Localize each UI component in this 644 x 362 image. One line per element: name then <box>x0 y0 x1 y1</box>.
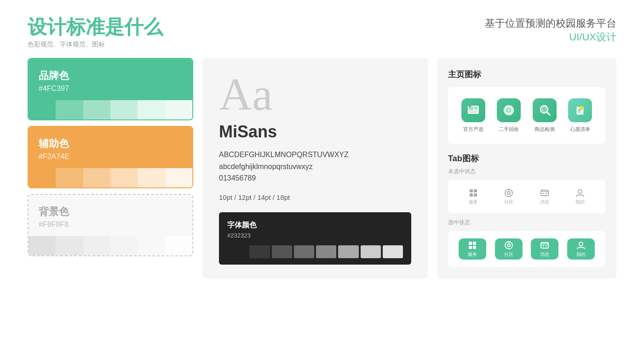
font-name: MiSans <box>219 122 411 141</box>
header-right-main: 基于位置预测的校园服务平台 <box>485 17 616 30</box>
mine-inactive-bg: 我的 <box>567 187 593 207</box>
community-icon-active <box>504 241 513 250</box>
recycle-icon <box>502 103 516 117</box>
official-icon: - <box>466 103 480 117</box>
community-selected-bg: 社区 <box>495 238 523 260</box>
font-sizes: 10pt / 12pt / 14pt / 18pt <box>219 193 411 201</box>
svg-rect-34 <box>473 242 476 245</box>
service-icon-inactive <box>469 188 478 198</box>
font-color-block: 字体颜色 #232323 <box>219 212 411 265</box>
aux-swatches <box>29 168 192 187</box>
service-label-active: 服务 <box>468 251 477 258</box>
icon-item-recycle: 二手回收 <box>497 98 521 133</box>
detect-icon-label: 商品检测 <box>535 126 555 133</box>
aux-color-main: 辅助色 #F2A74E <box>29 127 192 168</box>
main-content: 品牌色 #4FC397 辅助色 #F2A74E <box>0 58 644 278</box>
svg-point-44 <box>579 242 583 246</box>
bg-swatch-5 <box>138 236 165 255</box>
bg-swatches <box>29 236 192 255</box>
mine-icon-active <box>576 241 586 250</box>
icon-item-wishlist: 心愿清单 <box>568 98 592 133</box>
brand-swatch-1 <box>29 100 56 119</box>
tab-message-unselected: 消息 <box>532 187 558 207</box>
svg-rect-2 <box>470 107 472 109</box>
bg-swatch-1 <box>29 236 56 255</box>
message-label-active: 消息 <box>540 251 549 258</box>
brand-color-value: #4FC397 <box>39 85 182 93</box>
aux-swatch-1 <box>29 168 56 187</box>
typo-aa-display: Aa <box>219 72 411 118</box>
service-inactive-bg: 服务 <box>460 187 486 207</box>
typography-panel: Aa MiSans ABCDEFGHIJKLMNOPQRSTUVWXYZ abc… <box>202 58 428 278</box>
header-left: 设计标准是什么 色彩规范、字体规范、图标 <box>28 17 163 49</box>
svg-point-31 <box>545 192 546 194</box>
header-right: 基于位置预测的校园服务平台 UI/UX设计 <box>485 17 616 44</box>
main-icons-title: 主页图标 <box>448 69 605 80</box>
tab-service-unselected: 服务 <box>460 187 486 207</box>
color-panel: 品牌色 #4FC397 辅助色 #F2A74E <box>28 58 193 278</box>
aux-swatch-3 <box>83 168 110 187</box>
official-icon-bg: - <box>461 98 485 122</box>
tab-community-selected: 社区 <box>495 238 523 260</box>
wishlist-icon-bg <box>568 98 592 122</box>
svg-rect-23 <box>470 193 473 197</box>
svg-point-27 <box>508 189 510 190</box>
aux-color-value: #F2A74E <box>39 153 182 161</box>
recycle-icon-label: 二手回收 <box>499 126 519 133</box>
official-icon-label: 官方严选 <box>463 126 483 133</box>
tab-unselected-row: 服务 社区 <box>448 180 605 213</box>
icon-item-official: - 官方严选 <box>461 98 485 133</box>
brand-color-label: 品牌色 <box>39 69 182 83</box>
message-selected-bg: 消息 <box>531 238 558 260</box>
tab-mine-selected: 我的 <box>567 238 595 260</box>
detect-icon <box>538 103 552 117</box>
detect-icon-bg <box>533 98 557 122</box>
svg-point-30 <box>542 192 544 194</box>
gray-swatch-8 <box>383 245 403 258</box>
selected-icons-row: 服务 社区 <box>451 234 603 264</box>
svg-point-43 <box>546 245 547 246</box>
bg-color-value: #F8F8F8 <box>39 221 182 229</box>
aux-swatch-4 <box>110 168 138 187</box>
svg-rect-21 <box>470 189 473 192</box>
svg-point-32 <box>578 190 582 193</box>
header: 设计标准是什么 色彩规范、字体规范、图标 基于位置预测的校园服务平台 UI/UX… <box>0 0 644 58</box>
svg-rect-28 <box>541 190 548 196</box>
message-inactive-bg: 消息 <box>532 187 558 207</box>
bg-color-main: 背景色 #F8F8F8 <box>29 195 192 236</box>
brand-swatch-5 <box>138 100 165 119</box>
svg-rect-40 <box>541 243 548 248</box>
icon-item-detect: 商品检测 <box>533 98 557 133</box>
community-label-active: 社区 <box>504 251 513 258</box>
bg-swatch-4 <box>110 236 138 255</box>
bg-color-block: 背景色 #F8F8F8 <box>28 194 193 256</box>
gray-swatch-5 <box>316 245 336 258</box>
tab-selected-row: 服务 社区 <box>448 231 605 267</box>
page-sub-title: 色彩规范、字体规范、图标 <box>28 40 163 49</box>
brand-color-main: 品牌色 #4FC397 <box>29 59 192 100</box>
message-icon-active <box>540 241 549 250</box>
service-label-inactive: 服务 <box>469 199 478 205</box>
aux-color-block: 辅助色 #F2A74E <box>28 126 193 188</box>
svg-point-39 <box>508 241 509 243</box>
svg-point-12 <box>508 109 510 112</box>
svg-line-16 <box>547 112 550 115</box>
message-icon-inactive <box>540 188 549 198</box>
svg-point-42 <box>543 245 544 246</box>
service-icon-active <box>468 241 477 250</box>
aux-color-label: 辅助色 <box>39 137 182 151</box>
svg-rect-35 <box>469 246 472 249</box>
brand-swatch-6 <box>165 100 192 119</box>
brand-swatch-4 <box>110 100 138 119</box>
brand-swatches <box>29 100 192 119</box>
svg-rect-24 <box>474 193 477 197</box>
svg-rect-36 <box>473 246 476 249</box>
tab-community-unselected: 社区 <box>496 187 522 207</box>
tab-icons-title: Tab图标 <box>448 153 605 164</box>
community-label-inactive: 社区 <box>504 199 513 205</box>
page-main-title: 设计标准是什么 <box>28 17 163 38</box>
bg-swatch-6 <box>165 236 192 255</box>
svg-point-26 <box>507 192 510 194</box>
bg-color-label: 背景色 <box>39 205 182 219</box>
aux-swatch-5 <box>138 168 165 187</box>
